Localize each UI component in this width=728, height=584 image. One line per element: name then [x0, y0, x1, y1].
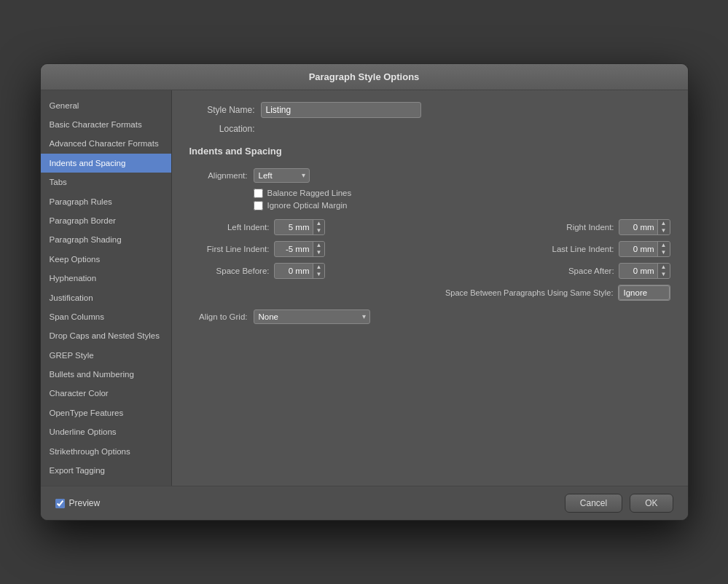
balance-ragged-row: Balance Ragged Lines	[254, 189, 670, 198]
right-indent-spinners: ▲ ▼	[657, 220, 670, 234]
dialog-footer: Preview Cancel OK	[41, 486, 688, 520]
sidebar-item[interactable]: Character Color	[41, 384, 171, 403]
footer-buttons: Cancel OK	[565, 494, 673, 513]
sidebar-item[interactable]: Paragraph Rules	[41, 192, 171, 211]
sidebar-item[interactable]: Basic Character Formats	[41, 115, 171, 134]
left-indent-label: Left Indent:	[189, 223, 270, 232]
sidebar-item[interactable]: Bullets and Numbering	[41, 365, 171, 384]
left-indent-up[interactable]: ▲	[313, 220, 325, 227]
main-content: Style Name: Location: Indents and Spacin…	[172, 90, 688, 486]
space-after-spinner: ▲ ▼	[619, 263, 670, 279]
left-indent-spinners: ▲ ▼	[313, 220, 325, 234]
location-label: Location:	[189, 124, 255, 134]
balance-ragged-label: Balance Ragged Lines	[267, 189, 352, 197]
last-line-indent-spinner: ▲ ▼	[619, 241, 670, 257]
last-line-indent-input[interactable]	[619, 243, 657, 255]
sidebar-item[interactable]: GREP Style	[41, 346, 171, 365]
alignment-select[interactable]: Left Center Right Justify Justify All	[254, 168, 310, 183]
space-before-spinners: ▲ ▼	[313, 264, 325, 278]
paragraph-style-dialog: Paragraph Style Options GeneralBasic Cha…	[40, 63, 689, 521]
sidebar: GeneralBasic Character FormatsAdvanced C…	[41, 90, 172, 486]
ok-button[interactable]: OK	[630, 494, 673, 513]
section-title: Indents and Spacing	[189, 146, 670, 157]
space-between-spinner: Ignore 0 mm	[618, 285, 670, 301]
ignore-optical-row: Ignore Optical Margin	[254, 201, 670, 210]
sidebar-item[interactable]: Hyphenation	[41, 269, 171, 288]
space-before-field: Space Before: ▲ ▼	[189, 263, 326, 279]
sidebar-item[interactable]: General	[41, 96, 171, 115]
first-line-indent-input[interactable]	[275, 243, 313, 255]
location-row: Location:	[189, 124, 670, 134]
space-after-field: Space After: ▲ ▼	[541, 263, 670, 279]
first-line-indent-down[interactable]: ▼	[313, 249, 325, 256]
right-indent-down[interactable]: ▼	[658, 227, 670, 234]
right-indent-input[interactable]	[619, 221, 657, 233]
checkboxes-group: Balance Ragged Lines Ignore Optical Marg…	[254, 189, 670, 210]
space-after-down[interactable]: ▼	[658, 271, 670, 278]
sidebar-item[interactable]: Paragraph Shading	[41, 230, 171, 249]
align-to-grid-wrapper: None All Lines First Line	[254, 309, 370, 324]
space-before-spinner: ▲ ▼	[274, 263, 326, 279]
space-after-up[interactable]: ▲	[658, 264, 670, 271]
alignment-label: Alignment:	[189, 171, 248, 180]
preview-label: Preview	[69, 498, 101, 508]
space-before-label: Space Before:	[189, 267, 270, 275]
first-line-indent-up[interactable]: ▲	[313, 242, 325, 249]
space-before-input[interactable]	[275, 265, 313, 277]
space-before-down[interactable]: ▼	[313, 271, 325, 278]
last-line-indent-down[interactable]: ▼	[658, 249, 670, 256]
left-indent-input[interactable]	[275, 221, 313, 233]
first-line-indent-field: First Line Indent: ▲ ▼	[189, 241, 326, 257]
space-after-label: Space After:	[541, 267, 614, 275]
left-indent-spinner: ▲ ▼	[274, 219, 326, 235]
space-after-input[interactable]	[619, 265, 657, 277]
space-row: Space Before: ▲ ▼ Space After:	[189, 263, 670, 279]
right-indent-field: Right Indent: ▲ ▼	[541, 219, 670, 235]
last-line-indent-spinners: ▲ ▼	[657, 242, 670, 256]
alignment-select-wrapper: Left Center Right Justify Justify All	[254, 168, 310, 183]
left-indent-field: Left Indent: ▲ ▼	[189, 219, 326, 235]
style-name-input[interactable]	[261, 102, 421, 118]
last-line-indent-up[interactable]: ▲	[658, 242, 670, 249]
alignment-row: Alignment: Left Center Right Justify Jus…	[189, 168, 670, 183]
sidebar-item[interactable]: Underline Options	[41, 422, 171, 441]
right-indent-label: Right Indent:	[541, 223, 614, 232]
align-to-grid-label: Align to Grid:	[189, 312, 248, 321]
ignore-optical-label: Ignore Optical Margin	[267, 201, 348, 210]
sidebar-item[interactable]: Keep Options	[41, 250, 171, 269]
space-after-spinners: ▲ ▼	[657, 264, 670, 278]
ignore-optical-checkbox[interactable]	[254, 201, 263, 210]
sidebar-item[interactable]: Indents and Spacing	[41, 154, 171, 173]
align-to-grid-select[interactable]: None All Lines First Line	[254, 309, 370, 324]
title-text: Paragraph Style Options	[309, 71, 420, 82]
cancel-button[interactable]: Cancel	[565, 494, 622, 513]
indent-row-1: Left Indent: ▲ ▼ Right Indent:	[189, 219, 670, 235]
indent-row-2: First Line Indent: ▲ ▼ Last Line Indent:	[189, 241, 670, 257]
right-indent-up[interactable]: ▲	[658, 220, 670, 227]
sidebar-item[interactable]: Strikethrough Options	[41, 442, 171, 461]
sidebar-item[interactable]: Export Tagging	[41, 461, 171, 480]
sidebar-item[interactable]: Tabs	[41, 173, 171, 192]
sidebar-item[interactable]: Drop Caps and Nested Styles	[41, 326, 171, 345]
style-name-row: Style Name:	[189, 102, 670, 118]
space-before-up[interactable]: ▲	[313, 264, 325, 271]
space-between-row: Space Between Paragraphs Using Same Styl…	[189, 285, 670, 301]
balance-ragged-checkbox[interactable]	[254, 189, 263, 198]
first-line-indent-spinners: ▲ ▼	[313, 242, 325, 256]
last-line-indent-label: Last Line Indent:	[541, 245, 614, 253]
dialog-title: Paragraph Style Options	[41, 64, 688, 90]
sidebar-item[interactable]: OpenType Features	[41, 403, 171, 422]
sidebar-item[interactable]: Span Columns	[41, 307, 171, 326]
preview-checkbox[interactable]	[55, 499, 65, 508]
sidebar-item[interactable]: Advanced Character Formats	[41, 134, 171, 153]
first-line-indent-label: First Line Indent:	[189, 245, 270, 253]
dialog-body: GeneralBasic Character FormatsAdvanced C…	[41, 90, 688, 486]
space-between-label: Space Between Paragraphs Using Same Styl…	[445, 288, 614, 297]
right-indent-spinner: ▲ ▼	[619, 219, 670, 235]
align-to-grid-row: Align to Grid: None All Lines First Line	[189, 309, 670, 324]
sidebar-item[interactable]: Paragraph Border	[41, 211, 171, 230]
preview-section: Preview	[55, 498, 101, 508]
space-between-select[interactable]: Ignore 0 mm	[619, 285, 670, 300]
sidebar-item[interactable]: Justification	[41, 288, 171, 307]
left-indent-down[interactable]: ▼	[313, 227, 325, 234]
